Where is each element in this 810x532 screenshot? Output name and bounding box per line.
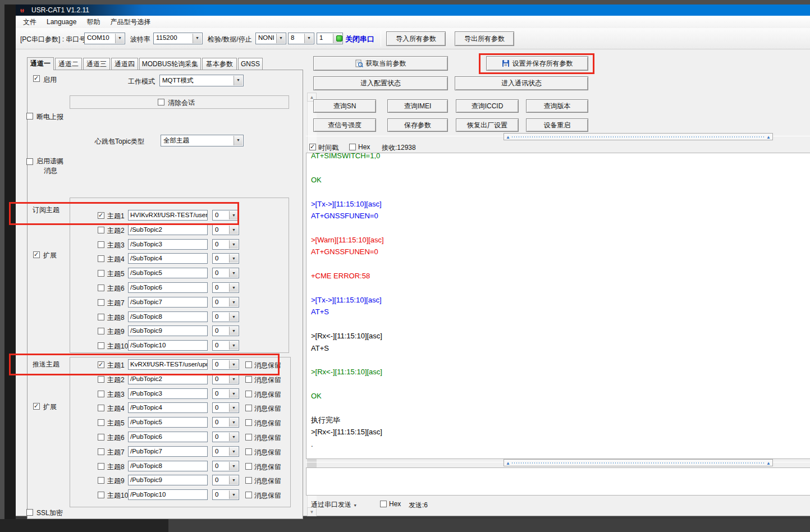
query-iccid-button[interactable]: 查询ICCID [456, 99, 519, 113]
tab-通道二[interactable]: 通道二 [55, 58, 82, 70]
sub-topic-input-4[interactable]: /SubTopic4 [128, 253, 208, 264]
enter-config-button[interactable]: 进入配置状态 [313, 76, 448, 90]
chevron-down-icon[interactable]: ▼ [229, 283, 238, 292]
chevron-down-icon[interactable]: ▼ [229, 313, 238, 321]
chevron-down-icon[interactable]: ▼ [234, 76, 242, 85]
query-imei-button[interactable]: 查询IMEI [387, 99, 448, 113]
chevron-down-icon[interactable]: ▼ [234, 136, 242, 145]
sub-topic-checkbox-3[interactable] [98, 241, 104, 248]
pub-topic-checkbox-8[interactable] [98, 463, 104, 470]
close-port-button[interactable]: 关闭串口 [345, 34, 374, 44]
heartbeat-topic-select[interactable]: 全部主题 ▼ [161, 135, 244, 146]
get-params-button[interactable]: 获取当前参数 [313, 56, 448, 71]
pub-topic-qos-select-3[interactable]: 0▼ [212, 388, 239, 399]
menu-item-3[interactable]: 产品型号选择 [105, 16, 155, 29]
factory-reset-button[interactable]: 恢复出厂设置 [456, 118, 519, 132]
pub-topic-input-6[interactable]: /PubTopic6 [128, 432, 208, 442]
sub-topic-qos-select-2[interactable]: 0▼ [212, 224, 239, 235]
sub-topic-qos-select-7[interactable]: 0▼ [212, 297, 239, 308]
sub-topic-input-7[interactable]: /SubTopic7 [128, 297, 208, 308]
send-via-serial-button[interactable]: 通过串口发送 ▼ [311, 500, 357, 510]
import-params-button[interactable]: 导入所有参数 [386, 31, 446, 46]
pub-topic-checkbox-10[interactable] [98, 492, 104, 498]
chevron-down-icon[interactable]: ▼ [304, 34, 313, 43]
chevron-down-icon[interactable]: ▼ [229, 327, 238, 335]
sub-topic-qos-select-9[interactable]: 0▼ [212, 325, 239, 336]
chevron-down-icon[interactable]: ▼ [229, 476, 238, 484]
pub-topic-checkbox-9[interactable] [98, 477, 104, 484]
chevron-down-icon[interactable]: ▼ [229, 389, 238, 398]
sub-topic-qos-select-4[interactable]: 0▼ [212, 253, 239, 264]
pub-topic-retain-checkbox-2[interactable] [245, 376, 252, 383]
sub-topic-checkbox-10[interactable] [98, 342, 104, 349]
subscribe-extend-checkbox[interactable] [33, 251, 40, 258]
sub-topic-checkbox-6[interactable] [98, 285, 104, 291]
com-port-select[interactable]: COM10 ▼ [84, 33, 125, 44]
chevron-down-icon[interactable]: ▼ [193, 34, 202, 43]
parity-select[interactable]: NONI ▼ [255, 33, 286, 44]
sub-topic-qos-select-10[interactable]: 0▼ [212, 340, 239, 351]
sub-topic-qos-select-3[interactable]: 0▼ [212, 239, 239, 250]
pub-topic-qos-select-9[interactable]: 0▼ [212, 475, 239, 485]
databits-select[interactable]: 8 ▼ [288, 33, 314, 44]
pub-topic-qos-select-5[interactable]: 0▼ [212, 417, 239, 428]
query-version-button[interactable]: 查询版本 [526, 99, 588, 113]
scrollbar-left-arrow-icon[interactable]: ▲ [506, 460, 510, 466]
pub-topic-checkbox-6[interactable] [98, 434, 104, 441]
power-report-checkbox[interactable] [26, 113, 33, 120]
send-input-area[interactable] [306, 467, 810, 496]
sub-topic-qos-select-5[interactable]: 0▼ [212, 268, 239, 278]
enable-checkbox[interactable] [33, 75, 40, 82]
pub-topic-input-5[interactable]: /PubTopic5 [128, 417, 208, 428]
will-message-checkbox[interactable] [26, 158, 33, 165]
chevron-down-icon[interactable]: ▼ [229, 269, 238, 277]
chevron-down-icon[interactable]: ▼ [229, 375, 238, 383]
sub-topic-checkbox-8[interactable] [98, 314, 104, 320]
pub-topic-input-8[interactable]: /PubTopic8 [128, 461, 208, 471]
export-params-button[interactable]: 导出所有参数 [455, 31, 514, 46]
tab-MODBUS轮询采集[interactable]: MODBUS轮询采集 [139, 58, 201, 70]
device-reboot-button[interactable]: 设备重启 [526, 118, 588, 132]
sub-topic-checkbox-9[interactable] [98, 328, 104, 334]
pub-topic-retain-checkbox-3[interactable] [245, 391, 252, 397]
pub-topic-retain-checkbox-4[interactable] [245, 405, 252, 411]
send-hex-checkbox[interactable] [380, 501, 387, 507]
pub-topic-input-9[interactable]: /PubTopic9 [128, 475, 208, 485]
sub-topic-input-6[interactable]: /SubTopic6 [128, 282, 208, 293]
query-sn-button[interactable]: 查询SN [313, 99, 376, 113]
menu-item-0[interactable]: 文件 [18, 16, 42, 29]
menu-item-1[interactable]: Language [42, 16, 81, 27]
pub-topic-retain-checkbox-10[interactable] [245, 492, 252, 498]
pub-topic-checkbox-5[interactable] [98, 419, 104, 426]
pub-topic-qos-select-7[interactable]: 0▼ [212, 446, 239, 457]
sub-topic-checkbox-5[interactable] [98, 270, 104, 277]
scrollbar-right-arrow-icon[interactable]: ▲ [766, 460, 771, 466]
sub-topic-input-10[interactable]: /SubTopic10 [128, 340, 208, 351]
pub-topic-qos-select-6[interactable]: 0▼ [212, 432, 239, 442]
sub-topic-input-9[interactable]: /SubTopic9 [128, 325, 208, 336]
ssl-checkbox[interactable] [26, 509, 33, 516]
tab-基本参数[interactable]: 基本参数 [202, 58, 237, 70]
sub-topic-input-3[interactable]: /SubTopic3 [128, 239, 208, 250]
chevron-down-icon[interactable]: ▼ [229, 403, 238, 412]
sub-topic-input-5[interactable]: /SubTopic5 [128, 268, 208, 278]
sub-topic-input-8[interactable]: /SubTopic8 [128, 311, 208, 322]
sub-topic-qos-select-8[interactable]: 0▼ [212, 311, 239, 322]
sub-topic-qos-select-6[interactable]: 0▼ [212, 282, 239, 293]
log-output-area[interactable]: AT+SIMSWITCH=1,0 OK >[Tx->][11:15:10][as… [306, 153, 810, 459]
menu-item-2[interactable]: 帮助 [81, 16, 105, 29]
chevron-down-icon[interactable]: ▼ [229, 490, 238, 499]
pub-topic-checkbox-7[interactable] [98, 448, 104, 455]
baud-select[interactable]: 115200 ▼ [153, 33, 203, 44]
pub-topic-retain-checkbox-5[interactable] [245, 419, 252, 426]
chevron-down-icon[interactable]: ▼ [229, 341, 238, 350]
chevron-down-icon[interactable]: ▼ [229, 433, 238, 441]
enter-comm-button[interactable]: 进入通讯状态 [455, 76, 588, 90]
pub-topic-qos-select-4[interactable]: 0▼ [212, 402, 239, 413]
log-hex-checkbox[interactable] [349, 144, 356, 150]
chevron-down-icon[interactable]: ▼ [229, 418, 238, 426]
tab-通道三[interactable]: 通道三 [83, 58, 110, 70]
tab-GNSS[interactable]: GNSS [238, 58, 263, 70]
pub-topic-qos-select-10[interactable]: 0▼ [212, 489, 239, 500]
work-mode-select[interactable]: MQTT模式 ▼ [159, 75, 244, 86]
